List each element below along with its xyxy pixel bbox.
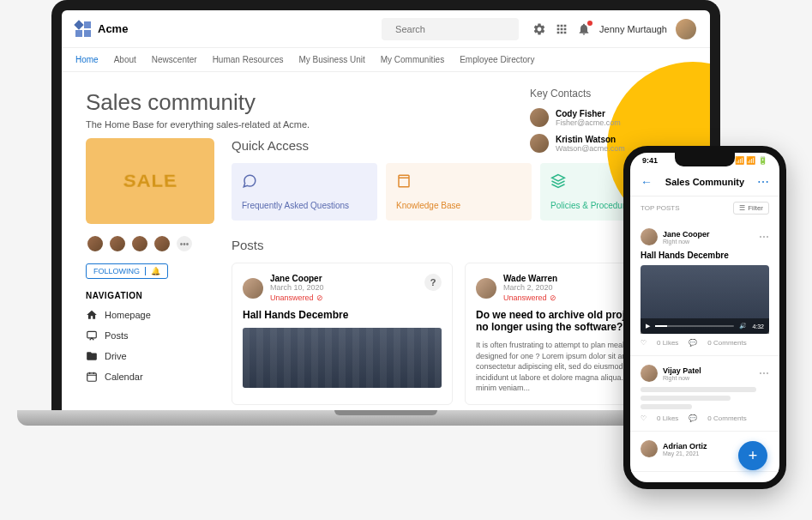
member-avatars: •••: [86, 234, 214, 253]
search-box[interactable]: [382, 18, 519, 40]
contact-email: Fisher@acme.com: [556, 118, 621, 127]
nav-title: NAVIGATION: [86, 291, 214, 300]
tab-directory[interactable]: Employee Directory: [460, 55, 534, 64]
folder-icon: [86, 350, 98, 362]
comment-icon[interactable]: 💬: [689, 414, 697, 422]
nav-posts[interactable]: Posts: [86, 330, 214, 342]
laptop-screen: Acme Jenny Murtaugh Home About Newscente…: [51, 0, 720, 420]
layers-icon: [550, 173, 566, 189]
phone-subheader: TOP POSTS ☰ Filter: [630, 197, 779, 220]
post-status: Unanswered ⊘: [503, 293, 557, 302]
tab-about[interactable]: About: [114, 55, 136, 64]
tab-communities[interactable]: My Communities: [381, 55, 444, 64]
laptop-notch: [334, 410, 437, 415]
app-header: Acme Jenny Murtaugh: [62, 10, 710, 48]
post-author: Wade Warren: [503, 274, 557, 283]
logo-icon: [75, 21, 91, 37]
post-time: Right now: [663, 375, 701, 381]
heart-icon[interactable]: ♡: [641, 414, 647, 422]
progress-bar[interactable]: [655, 325, 734, 327]
avatar[interactable]: [153, 234, 171, 253]
post-title: Hall Hands Decembre: [243, 309, 442, 321]
post-author: Adrian Ortiz: [663, 442, 707, 450]
filter-button[interactable]: ☰ Filter: [733, 202, 769, 215]
contact-name: Kristin Watson: [556, 135, 625, 144]
mobile-post[interactable]: Vijay Patel Right now ⋯ ♡0 Likes 💬0 Comm…: [630, 356, 779, 432]
add-post-button[interactable]: +: [738, 441, 767, 470]
post-time: May 21, 2021: [663, 450, 707, 457]
post-author: Jane Cooper: [663, 230, 710, 239]
nav-calendar[interactable]: Calendar: [86, 371, 214, 383]
video-duration: 4:32: [752, 323, 764, 330]
avatar: [641, 440, 658, 457]
more-avatars-button[interactable]: •••: [175, 234, 194, 253]
top-posts-label: TOP POSTS: [641, 204, 680, 212]
nav-drive[interactable]: Drive: [86, 350, 214, 362]
posts-title: Posts: [232, 238, 686, 252]
sale-hero-image: SALE: [86, 138, 214, 224]
contact-name: Cody Fisher: [556, 109, 621, 118]
qa-kb-card[interactable]: Knowledge Base: [386, 163, 532, 221]
search-input[interactable]: [395, 24, 514, 34]
skeleton-line: [641, 404, 692, 409]
contact-row[interactable]: Cody Fisher Fisher@acme.com: [530, 108, 684, 127]
apps-icon[interactable]: [555, 22, 568, 36]
avatar: [243, 278, 263, 299]
contact-email: Watson@acme.com: [556, 144, 625, 153]
mobile-post[interactable]: Jane Cooper Right now ⋯ Hall Hands Decem…: [630, 220, 779, 356]
avatar[interactable]: [108, 234, 127, 253]
play-icon[interactable]: ▶: [646, 323, 650, 330]
post-video[interactable]: ▶ 🔊 4:32: [641, 265, 769, 334]
avatar[interactable]: [86, 234, 105, 253]
calendar-icon: [86, 371, 98, 383]
bell-icon: 🔔: [145, 267, 160, 275]
nav-tabs: Home About Newscenter Human Resources My…: [62, 48, 710, 72]
avatar: [530, 108, 549, 127]
avatar: [476, 278, 496, 299]
status-time: 9:41: [642, 156, 658, 165]
user-name[interactable]: Jenny Murtaugh: [599, 24, 667, 34]
phone-notch: [675, 153, 735, 166]
sidebar: SALE ••• FOLLOWING 🔔 NAVIGATION Homepage…: [86, 138, 214, 405]
avatar[interactable]: [676, 19, 696, 39]
post-date: March 10, 2020: [270, 283, 324, 292]
skeleton-line: [641, 387, 756, 392]
skeleton-line: [641, 396, 731, 401]
heart-icon[interactable]: ♡: [641, 339, 647, 347]
chat-icon: [242, 173, 257, 189]
tab-home[interactable]: Home: [75, 55, 99, 64]
tab-business-unit[interactable]: My Business Unit: [298, 55, 364, 64]
qa-faq-card[interactable]: Frequently Asked Questions: [232, 163, 377, 221]
svg-rect-1: [87, 373, 97, 381]
following-button[interactable]: FOLLOWING 🔔: [86, 263, 168, 279]
home-icon: [86, 309, 98, 321]
notification-dot: [587, 21, 592, 26]
svg-rect-0: [87, 331, 97, 338]
post-author: Jane Cooper: [270, 274, 324, 283]
post-card[interactable]: ? Jane Cooper March 10, 2020 Unanswered …: [232, 263, 453, 405]
avatar: [530, 134, 549, 153]
tab-newscenter[interactable]: Newscenter: [152, 55, 197, 64]
more-icon[interactable]: ⋯: [759, 367, 769, 379]
post-author: Vijay Patel: [663, 366, 701, 375]
key-contacts-title: Key Contacts: [530, 88, 684, 100]
nav-homepage[interactable]: Homepage: [86, 309, 214, 321]
avatar[interactable]: [130, 234, 149, 253]
post-date: March 2, 2020: [503, 283, 557, 292]
svg-rect-2: [399, 175, 409, 187]
question-badge: ?: [424, 274, 442, 291]
phone-screen: 9:41 📶 📶 🔋 ← Sales Community ⋯ TOP POSTS…: [623, 146, 786, 489]
gear-icon[interactable]: [532, 22, 546, 36]
post-title: Hall Hands Decembre: [641, 251, 769, 260]
chat-icon: [86, 330, 98, 342]
more-button[interactable]: ⋯: [757, 175, 769, 189]
volume-icon[interactable]: 🔊: [739, 323, 747, 330]
back-button[interactable]: ←: [641, 175, 653, 189]
book-icon: [396, 173, 412, 189]
tab-hr[interactable]: Human Resources: [213, 55, 284, 64]
post-image: [243, 328, 442, 388]
more-icon[interactable]: ⋯: [759, 231, 769, 243]
status-icons: 📶 📶 🔋: [735, 156, 767, 165]
bell-icon[interactable]: [577, 22, 591, 36]
comment-icon[interactable]: 💬: [689, 339, 697, 347]
